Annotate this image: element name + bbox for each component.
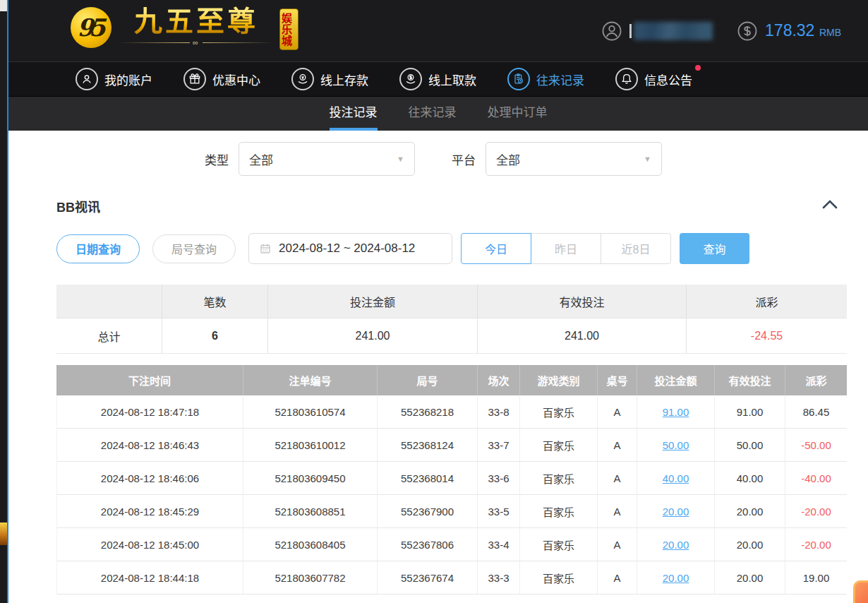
cell-valid-bet: 20.00: [715, 495, 785, 528]
logo-flourish-ornament: ∞: [119, 38, 274, 47]
summary-payout-value: -24.55: [687, 318, 847, 354]
table-row: 2024-08-12 18:46:06 521803609450 5523680…: [56, 462, 847, 495]
col-session: 场次: [478, 365, 520, 395]
last8days-button[interactable]: 近8日: [601, 233, 671, 264]
col-bet-id: 注单编号: [243, 365, 378, 395]
cell-round-id: 552367900: [378, 495, 478, 528]
col-payout: 派彩: [785, 365, 847, 395]
cell-game-type: 百家乐: [520, 395, 598, 429]
account-icon: [76, 68, 98, 90]
bet-amount-link[interactable]: 91.00: [663, 406, 689, 418]
payout-cell: -50.00: [785, 429, 847, 462]
date-range-input[interactable]: 2024-08-12 ~ 2024-08-12: [248, 233, 452, 264]
bet-amount-link[interactable]: 20.00: [663, 539, 689, 551]
cell-game-type: 百家乐: [520, 561, 598, 595]
table-row: 2024-08-12 18:47:18 521803610574 5523682…: [56, 395, 847, 429]
date-query-button[interactable]: 日期查询: [56, 234, 140, 263]
cell-round-id: 552367806: [378, 528, 478, 561]
collapse-chevron-up-icon[interactable]: [821, 198, 838, 211]
col-bet-time: 下注时间: [56, 365, 243, 395]
nav-item-online-withdraw[interactable]: 线上取款: [399, 68, 476, 90]
cell-valid-bet: 91.00: [715, 395, 785, 429]
notification-dot: [695, 65, 701, 71]
cell-session: 33-6: [478, 462, 520, 495]
tab-bet-records[interactable]: 投注记录: [330, 97, 378, 131]
logo-95-icon: 95: [71, 7, 111, 48]
platform-select[interactable]: 全部 ▼: [486, 142, 662, 176]
chevron-down-icon: ▼: [397, 155, 404, 163]
brand-logo[interactable]: 95 九五至尊 ∞ 娱乐城: [71, 6, 299, 50]
cell-session: 33-4: [478, 528, 520, 561]
yesterday-button[interactable]: 昨日: [531, 233, 601, 264]
nav-item-announcements[interactable]: 信息公告: [615, 68, 692, 90]
nav-item-promotions[interactable]: 优惠中心: [183, 68, 260, 90]
table-row: 2024-08-12 18:45:29 521803608851 5523679…: [56, 495, 847, 528]
bet-amount-link[interactable]: 20.00: [663, 572, 689, 584]
cell-table-no: A: [598, 495, 637, 528]
round-query-button[interactable]: 局号查询: [152, 234, 236, 263]
user-avatar-icon: [601, 20, 622, 42]
section-title: BB视讯: [56, 197, 100, 215]
cell-game-type: 百家乐: [520, 495, 598, 528]
tab-transaction-records[interactable]: 往来记录: [409, 97, 457, 131]
logo-badge: 娱乐城: [279, 8, 299, 50]
date-range-value: 2024-08-12 ~ 2024-08-12: [279, 241, 415, 256]
type-select[interactable]: 全部 ▼: [239, 142, 415, 176]
bet-amount-link[interactable]: 50.00: [663, 439, 689, 451]
payout-cell: -40.00: [785, 462, 847, 495]
table-row: 2024-08-12 18:46:43 521803610012 5523681…: [56, 429, 847, 462]
search-button[interactable]: 查询: [680, 233, 749, 264]
bet-amount-link[interactable]: 40.00: [663, 472, 689, 484]
summary-header-bet-amount: 投注金额: [268, 285, 478, 318]
left-edge-strip: [0, 0, 7, 603]
summary-header-valid-bet: 有效投注: [478, 285, 687, 318]
summary-header-count: 笔数: [162, 285, 268, 318]
cell-session: 33-8: [478, 395, 520, 429]
cell-session: 33-3: [478, 561, 520, 595]
cell-bet-time: 2024-08-12 18:45:00: [56, 528, 243, 561]
bell-icon: [615, 68, 638, 90]
cell-round-id: 552368218: [378, 395, 478, 429]
payout-cell: -20.00: [785, 528, 847, 561]
nav-label: 我的账户: [104, 71, 152, 88]
nav-item-my-account[interactable]: 我的账户: [76, 68, 152, 90]
col-round-id: 局号: [378, 365, 478, 395]
user-account-chip[interactable]: [601, 20, 713, 42]
left-edge-divider: [7, 0, 8, 603]
table-row: 2024-08-12 18:45:00 521803608405 5523678…: [56, 528, 847, 561]
cell-bet-id: 521803610012: [243, 429, 378, 462]
cell-bet-id: 521803608851: [243, 495, 378, 528]
records-clipboard-icon: [507, 68, 530, 90]
table-row: 2024-08-12 18:44:18 521803607782 5523676…: [56, 561, 847, 595]
today-button[interactable]: 今日: [461, 233, 531, 264]
cell-bet-time: 2024-08-12 18:46:06: [56, 462, 243, 495]
balance-amount: 178.32: [765, 21, 814, 40]
dollar-coin-icon: [737, 20, 758, 42]
cell-bet-id: 521803610574: [243, 395, 378, 429]
balance-chip[interactable]: 178.32 RMB: [737, 20, 841, 42]
floating-promo-widget[interactable]: [853, 580, 868, 603]
platform-select-value: 全部: [496, 150, 520, 168]
quick-range-group: 今日 昨日 近8日: [461, 233, 671, 264]
bet-amount-link[interactable]: 20.00: [663, 506, 689, 518]
cell-bet-time: 2024-08-12 18:44:18: [56, 561, 243, 595]
deposit-hand-coin-icon: [291, 68, 314, 90]
record-tabs: 投注记录 往来记录 处理中订单: [8, 97, 868, 131]
col-game-type: 游戏类别: [520, 365, 598, 395]
cell-bet-id: 521803609450: [243, 462, 378, 495]
tab-processing-orders[interactable]: 处理中订单: [488, 97, 548, 131]
nav-label: 线上存款: [320, 71, 368, 88]
cell-table-no: A: [598, 561, 637, 595]
cell-table-no: A: [598, 462, 637, 495]
gift-icon: [183, 68, 206, 90]
cell-bet-id: 521803608405: [243, 528, 378, 561]
col-bet-amount: 投注金额: [637, 365, 715, 395]
cell-valid-bet: 50.00: [715, 429, 785, 462]
nav-item-online-deposit[interactable]: 线上存款: [291, 68, 368, 90]
cell-round-id: 552367674: [378, 561, 478, 595]
cell-valid-bet: 40.00: [715, 462, 785, 495]
nav-item-transaction-records[interactable]: 往来记录: [507, 68, 584, 90]
cell-bet-time: 2024-08-12 18:45:29: [56, 495, 243, 528]
summary-total-row: 总计 6 241.00 241.00 -24.55: [56, 318, 847, 354]
cell-table-no: A: [598, 429, 637, 462]
